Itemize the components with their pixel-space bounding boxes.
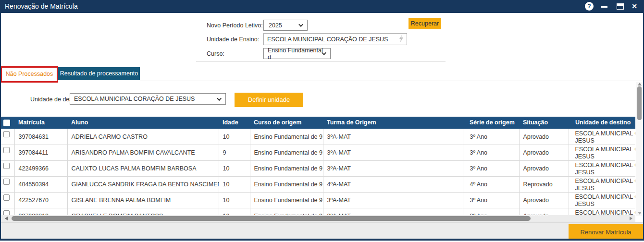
table-row: 422527670 GISLANE BRENNA PALMA BOMFIM 10… bbox=[1, 192, 635, 208]
cell-matricula: 397084631 bbox=[14, 129, 67, 145]
cell-idade: 9 bbox=[219, 145, 250, 160]
novo-periodo-select[interactable]: 2025 bbox=[263, 20, 308, 31]
vertical-scrollbar[interactable] bbox=[636, 82, 643, 216]
table-row: 397082219 GRASYELLE BOMFIM SANTOSS 10 En… bbox=[1, 208, 635, 215]
cell-turma-origem: 3ºA-MAT bbox=[323, 192, 463, 208]
table-row: 397084631 ADRIELA CARMO CASTRO 10 Ensino… bbox=[1, 129, 635, 145]
scroll-down-icon[interactable] bbox=[638, 212, 642, 215]
cell-aluno: CALIXTO LUCAS PALMA BOMFIM BARBOSA bbox=[67, 160, 219, 176]
help-icon[interactable]: ? bbox=[585, 2, 594, 11]
novo-periodo-label: Novo Período Letivo: bbox=[207, 22, 263, 29]
row-checkbox[interactable] bbox=[3, 179, 10, 185]
row-checkbox[interactable] bbox=[3, 194, 10, 201]
row-checkbox[interactable] bbox=[3, 163, 10, 169]
scroll-right-icon[interactable] bbox=[630, 217, 632, 220]
tabbar-divider bbox=[0, 81, 644, 81]
header-unidade-destino: Unidade de destino bbox=[569, 117, 635, 129]
vertical-scrollbar-thumb[interactable] bbox=[637, 86, 642, 120]
row-checkbox-cell bbox=[1, 129, 14, 145]
cell-idade: 10 bbox=[219, 176, 250, 192]
cell-aluno: ADRIELA CARMO CASTRO bbox=[67, 129, 219, 145]
cell-turma-origem: 3ºA-MAT bbox=[323, 160, 463, 176]
row-checkbox[interactable] bbox=[3, 147, 10, 153]
row-checkbox-cell bbox=[1, 192, 14, 208]
cell-unidade-destino: ESCOLA MUNICIPAL CORAÇÃO DE JESUS bbox=[569, 145, 635, 160]
titlebar: Renovação de Matrícula ? ✕ bbox=[0, 0, 644, 13]
unidade-ensino-input[interactable]: ESCOLA MUNICIPAL CORAÇÃO DE JESUS bbox=[263, 33, 407, 45]
cell-serie-origem: 3º Ano bbox=[463, 129, 519, 145]
horizontal-scrollbar-thumb[interactable] bbox=[12, 216, 531, 221]
cell-idade: 10 bbox=[219, 208, 250, 215]
unidade-destino-select[interactable]: ESCOLA MUNICIPAL CORAÇÃO DE JESUS bbox=[70, 93, 226, 105]
header-serie-origem: Série de origem bbox=[463, 117, 519, 129]
definir-unidade-button[interactable]: Definir unidade bbox=[235, 93, 303, 107]
unidade-ensino-value: ESCOLA MUNICIPAL CORAÇÃO DE JESUS bbox=[267, 36, 388, 43]
cell-situacao: Reprovado bbox=[519, 176, 569, 192]
cell-unidade-destino: ESCOLA MUNICIPAL CORAÇÃO DE JESUS bbox=[569, 160, 635, 176]
maximize-icon[interactable] bbox=[617, 3, 624, 10]
cell-curso-origem: Ensino Fundamental de 9 anos bbox=[250, 129, 323, 145]
chevron-down-icon bbox=[217, 96, 222, 101]
row-checkbox[interactable] bbox=[3, 131, 10, 137]
cell-serie-origem: 4º Ano bbox=[463, 176, 519, 192]
cell-matricula: 404550394 bbox=[14, 176, 67, 192]
cell-aluno: GRASYELLE BOMFIM SANTOSS bbox=[67, 208, 219, 215]
novo-periodo-value: 2025 bbox=[269, 22, 282, 29]
cell-aluno: GISLANE BRENNA PALMA BOMFIM bbox=[67, 192, 219, 208]
header-situacao: Situação bbox=[519, 117, 569, 129]
table-header-row: Matrícula Aluno Idade Curso de origem Tu… bbox=[1, 117, 635, 129]
cell-serie-origem: 3º Ano bbox=[463, 192, 519, 208]
header-idade: Idade bbox=[219, 117, 250, 129]
table-row: 422499366 CALIXTO LUCAS PALMA BOMFIM BAR… bbox=[1, 160, 635, 176]
select-all-checkbox[interactable] bbox=[3, 120, 10, 126]
table-body: 397084631 ADRIELA CARMO CASTRO 10 Ensino… bbox=[1, 129, 635, 215]
header-curso-origem: Curso de origem bbox=[250, 117, 323, 129]
header-turma-origem: Turma de Origem bbox=[323, 117, 463, 129]
cell-aluno: GIANLUCCA SANDRIK FRAGA DA BENTO NASCIME… bbox=[67, 176, 219, 192]
row-checkbox-cell bbox=[1, 160, 14, 176]
unidade-ensino-label: Unidade de Ensino: bbox=[207, 36, 259, 43]
students-table-container: Matrícula Aluno Idade Curso de origem Tu… bbox=[1, 117, 635, 215]
cell-turma-origem: 3ºA-MAT bbox=[323, 145, 463, 160]
cell-curso-origem: Ensino Fundamental de 9 anos bbox=[250, 192, 323, 208]
cell-aluno: ARISANDRO PALMA BOMFIM CAVALCANTE bbox=[67, 145, 219, 160]
table-row: 397084411 ARISANDRO PALMA BOMFIM CAVALCA… bbox=[1, 145, 635, 160]
close-icon[interactable]: ✕ bbox=[630, 2, 639, 11]
header-matricula: Matrícula bbox=[14, 117, 67, 129]
cell-matricula: 422527670 bbox=[14, 192, 67, 208]
curso-value: Ensino Fundamental d bbox=[268, 47, 323, 60]
cell-idade: 10 bbox=[219, 192, 250, 208]
cell-turma-origem: 3ºA-MAT bbox=[323, 208, 463, 215]
cell-curso-origem: Ensino Fundamental de 9 anos bbox=[250, 208, 323, 215]
cell-curso-origem: Ensino Fundamental de 9 anos bbox=[250, 176, 323, 192]
cell-matricula: 397084411 bbox=[14, 145, 67, 160]
cell-situacao: Aprovado bbox=[519, 145, 569, 160]
cell-situacao: Aprovado bbox=[519, 192, 569, 208]
tab-nao-processados[interactable]: Não Processados bbox=[2, 68, 57, 82]
curso-label: Curso: bbox=[207, 50, 224, 57]
window-border bbox=[0, 239, 644, 241]
cell-situacao: Aprovado bbox=[519, 160, 569, 176]
renovacao-matricula-window: Renovação de Matrícula ? ✕ Novo Período … bbox=[0, 0, 644, 242]
cell-turma-origem: 4ºA-MAT bbox=[323, 176, 463, 192]
row-checkbox-cell bbox=[1, 208, 14, 215]
scroll-left-icon[interactable] bbox=[5, 217, 8, 220]
row-checkbox[interactable] bbox=[3, 210, 10, 216]
cell-situacao: Aprovado bbox=[519, 208, 569, 215]
footer-bar bbox=[1, 222, 643, 239]
form-divider bbox=[196, 61, 446, 61]
tab-resultado-processamento[interactable]: Resultado de processamento bbox=[58, 67, 140, 80]
scroll-up-icon[interactable] bbox=[638, 83, 642, 85]
chevron-down-icon bbox=[298, 22, 303, 27]
recuperar-button[interactable]: Recuperar bbox=[409, 18, 441, 29]
curso-select[interactable]: Ensino Fundamental d bbox=[263, 48, 331, 59]
cell-unidade-destino: ESCOLA MUNICIPAL CORAÇÃO DE JESUS bbox=[569, 176, 635, 192]
horizontal-scrollbar[interactable] bbox=[1, 215, 635, 222]
unidade-destino-value: ESCOLA MUNICIPAL CORAÇÃO DE JESUS bbox=[74, 96, 195, 102]
cell-unidade-destino: ESCOLA MUNICIPAL CORAÇÃO DE JESUS bbox=[569, 192, 635, 208]
cell-matricula: 422499366 bbox=[14, 160, 67, 176]
minimize-icon[interactable] bbox=[601, 6, 607, 8]
cell-turma-origem: 3ºA-MAT bbox=[323, 129, 463, 145]
renovar-matricula-button[interactable]: Renovar Matrícula bbox=[569, 224, 643, 240]
cell-serie-origem: 3º Ano bbox=[463, 160, 519, 176]
